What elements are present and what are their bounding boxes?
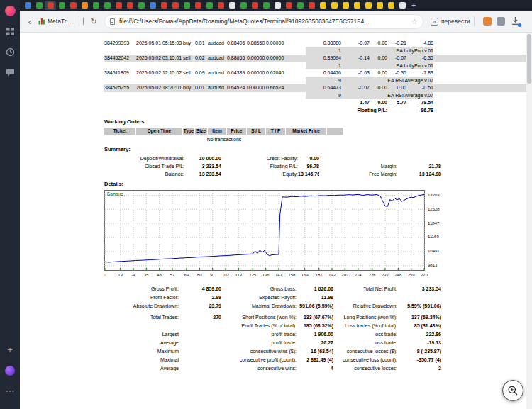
sidebar-history-button[interactable] (3, 45, 17, 59)
browser-tab[interactable] (351, 1, 362, 10)
stat-label: Average (104, 339, 179, 347)
stat-value: 16 (63.54) (297, 347, 333, 356)
sidebar-messenger-button[interactable] (3, 65, 17, 79)
spaces-button[interactable] (3, 364, 17, 378)
alice-button[interactable] (3, 4, 17, 18)
zoom-button[interactable] (502, 380, 523, 401)
stat-label: consecutive wins ($): (221, 347, 297, 356)
stat-label: Average (104, 364, 179, 373)
extension-icon[interactable] (497, 17, 505, 26)
browser-tab[interactable] (124, 1, 135, 10)
stat-label: Maximal Drawdown: (221, 302, 297, 310)
table-cell: 0.64476 (306, 69, 341, 77)
browser-tab[interactable] (215, 1, 226, 10)
table-cell: 0.66524 (266, 84, 286, 92)
toolbar-divider (79, 16, 79, 26)
browser-tab[interactable] (45, 1, 56, 10)
browser-tab[interactable] (362, 1, 374, 10)
browser-tab[interactable] (317, 1, 328, 10)
stat-label: consecutive losses: (333, 364, 397, 373)
browser-tab[interactable] (204, 1, 215, 10)
browser-tab[interactable] (340, 1, 351, 10)
browser-tab[interactable] (260, 1, 272, 10)
browser-tab[interactable] (135, 1, 147, 10)
browser-tab[interactable] (158, 1, 170, 10)
table-cell: 0.88406 (227, 40, 247, 47)
browser-tab[interactable] (238, 1, 249, 10)
table-cell: 0.88655 (227, 55, 247, 62)
data-row: Maximumconsecutive wins ($):16 (63.54)co… (104, 347, 526, 356)
wo-header-cell: Price (227, 128, 247, 135)
tab-favicon (399, 2, 406, 9)
chart-x-label: 214 (355, 272, 362, 278)
new-tab-button[interactable]: + (411, 1, 416, 10)
data-row: Largestprofit trade:1 906.00loss trade:-… (104, 330, 526, 339)
stat-value: 23.79 (179, 302, 221, 310)
tab-favicon (195, 2, 201, 9)
browser-tab[interactable] (192, 1, 204, 10)
sidebar-menu-button[interactable]: ⋯ (3, 384, 17, 398)
tab-favicon (172, 2, 179, 9)
table-cell: 0.00 (370, 84, 387, 92)
extension-icon[interactable] (483, 17, 492, 26)
stat-value: 2 (397, 364, 441, 373)
browser-tab[interactable] (170, 1, 181, 10)
totals-value: -5.77 (387, 99, 406, 107)
stat-value: -222.86 (397, 330, 441, 339)
plus-icon: + (7, 345, 13, 355)
browser-tab[interactable] (67, 1, 79, 10)
browser-tab[interactable] (33, 1, 45, 10)
sidebar-add-button[interactable]: + (3, 343, 17, 357)
chart-x-label: 80 (197, 272, 202, 278)
page-scrollbar[interactable] (526, 33, 532, 409)
chart-x-label: 259 (408, 272, 415, 278)
table-cell: 4.88 (406, 40, 433, 47)
browser-tab[interactable] (283, 1, 294, 10)
table-cell: 2025.05.02 03:15:01 (136, 55, 183, 62)
stat-value: 591.06 (5.59%) (297, 302, 333, 310)
address-bar[interactable]: file:///C:/Users/Роман/AppData/Roaming/M… (104, 14, 423, 29)
stat-value: 13 124.98 (397, 170, 441, 178)
browser-tab[interactable] (79, 1, 90, 10)
protect-button[interactable] (83, 18, 84, 25)
data-row: Absolute Drawdown:23.79Maximal Drawdown:… (104, 302, 526, 310)
browser-tab[interactable] (397, 1, 408, 10)
table-cell: -0.21 (387, 40, 406, 47)
table-cell: 384511809 (104, 69, 136, 77)
browser-tab[interactable] (374, 1, 385, 10)
browser-tab[interactable] (385, 1, 397, 10)
browser-tab[interactable] (294, 1, 306, 10)
browser-tab[interactable] (22, 1, 33, 10)
browser-tab[interactable] (101, 1, 113, 10)
magnifier-plus-icon (507, 385, 519, 396)
browser-tab[interactable] (272, 1, 283, 10)
browser-tab[interactable] (147, 1, 158, 10)
table-cell: 0.00 (370, 40, 387, 47)
refresh-button[interactable]: ↻ (89, 17, 99, 26)
translate-button[interactable]: а перевести (431, 14, 470, 28)
stat-value (179, 322, 221, 330)
scrollbar-thumb[interactable] (527, 34, 531, 84)
browser-tab[interactable] (328, 1, 340, 10)
browser-tab[interactable] (306, 1, 317, 10)
stat-label: Gross Loss: (221, 285, 297, 293)
working-orders-header: TicketOpen TimeTypeSizeItemPriceS / LT /… (104, 128, 344, 135)
browser-tab[interactable] (113, 1, 124, 10)
stat-label (319, 155, 397, 162)
stat-value (179, 347, 221, 356)
sidebar-grid-button[interactable] (3, 24, 17, 38)
browser-toolbar: ‹ MetaTr... ↻ file:///C:/Users/Роман/App… (20, 11, 532, 33)
browser-tab[interactable] (90, 1, 101, 10)
browser-tab[interactable] (181, 1, 192, 10)
downloads-button[interactable] (511, 16, 521, 26)
active-tab-chip[interactable]: MetaTr... (38, 14, 75, 28)
stat-label: Credit Facility: (221, 155, 298, 162)
tab-favicon (218, 2, 224, 9)
back-button[interactable]: ‹ (26, 16, 34, 27)
bookmark-star-icon[interactable]: ☆ (411, 18, 418, 26)
tab-favicon (93, 2, 99, 9)
browser-tab[interactable] (249, 1, 260, 10)
browser-tab[interactable] (226, 1, 238, 10)
stat-value: 10 000.00 (184, 155, 221, 162)
browser-tab[interactable] (56, 1, 67, 10)
